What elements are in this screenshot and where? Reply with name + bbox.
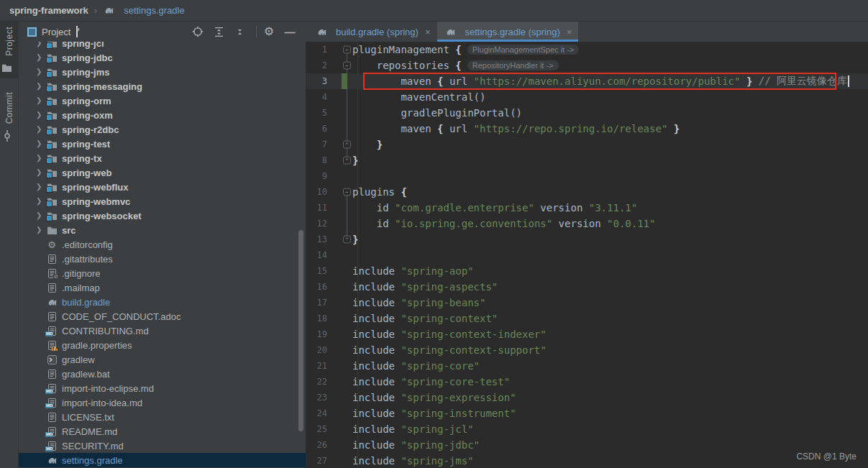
line-number: 3 <box>306 76 327 86</box>
tree-item-spring-jdbc[interactable]: ❯spring-jdbc <box>19 50 306 65</box>
tree-item-src[interactable]: ❯src <box>19 223 306 237</box>
code-text: include "spring-core-test" <box>352 374 868 390</box>
tree-item-spring-test[interactable]: ❯spring-test <box>19 137 306 151</box>
code-text: include "spring-expression" <box>352 390 868 405</box>
chevron-right-icon[interactable]: ❯ <box>36 226 46 234</box>
tree-item-build-gradle[interactable]: build.gradle <box>19 295 306 309</box>
tree-item-spring-websocket[interactable]: ❯spring-websocket <box>19 208 306 223</box>
tree-item-gradlew[interactable]: gradlew <box>19 352 306 367</box>
tree-item-security-md[interactable]: MDSECURITY.md <box>19 439 306 453</box>
code-line-3: 3 maven { url "https://maven.aliyun.com/… <box>306 73 868 89</box>
project-tree-scrollbar[interactable] <box>298 230 303 431</box>
code-line-13: 13⌃} <box>306 231 868 247</box>
line-number: 11 <box>306 203 327 213</box>
tree-item-contributing-md[interactable]: MDCONTRIBUTING.md <box>19 324 306 338</box>
tree-item-gradle-properties[interactable]: gradle.properties <box>19 338 306 352</box>
tree-item-gradlew-bat[interactable]: gradlew.bat <box>19 367 306 381</box>
breadcrumb-file[interactable]: settings.gradle <box>124 5 185 16</box>
tree-item--gitignore[interactable]: ⊘.gitignore <box>19 266 306 280</box>
chevron-right-icon[interactable]: ❯ <box>36 111 46 119</box>
expand-all-button[interactable] <box>214 25 227 38</box>
gutter <box>327 200 352 216</box>
settings-button[interactable]: ⚙ <box>265 25 278 38</box>
breadcrumb-project[interactable]: spring-framework <box>9 5 88 16</box>
tool-button-label: Commit <box>4 92 14 124</box>
tree-item-readme-md[interactable]: MDREADME.md <box>19 424 306 439</box>
fold-open-icon[interactable]: − <box>343 62 351 70</box>
text-file-icon <box>46 368 58 380</box>
module-folder-icon <box>46 42 58 49</box>
tree-item-label: settings.gradle <box>62 455 123 466</box>
chevron-right-icon[interactable]: ❯ <box>36 97 46 104</box>
code-text: include "spring-aspects" <box>352 279 868 295</box>
fold-end-icon[interactable]: ⌃ <box>343 141 351 149</box>
fold-open-icon[interactable]: − <box>343 188 351 196</box>
code-text: include "spring-core" <box>352 358 868 374</box>
tree-item-import-into-eclipse-md[interactable]: MDimport-into-eclipse.md <box>19 381 306 395</box>
chevron-right-icon[interactable]: ❯ <box>36 83 46 90</box>
tree-item-spring-web[interactable]: ❯spring-web <box>19 165 306 180</box>
code-line-10: 10−plugins { <box>306 184 868 200</box>
tree-item-spring-oxm[interactable]: ❯spring-oxm <box>19 108 306 122</box>
tree-item-spring-tx[interactable]: ❯spring-tx <box>19 151 306 165</box>
chevron-right-icon[interactable]: ❯ <box>36 140 46 147</box>
tree-item--editorconfig[interactable]: ⚙.editorconfig <box>19 237 306 252</box>
line-number: 7 <box>306 139 327 150</box>
tree-item-spring-orm[interactable]: ❯spring-orm <box>19 93 306 108</box>
tree-item-spring-jcl[interactable]: ❯spring-jcl <box>19 42 306 50</box>
code-text: id "io.spring.ge.conventions" version "0… <box>352 216 868 231</box>
code-text: pluginManagement {PluginManagementSpec i… <box>352 42 868 58</box>
breadcrumb: spring-framework › settings.gradle <box>0 0 868 22</box>
tree-item-spring-messaging[interactable]: ❯spring-messaging <box>19 79 306 93</box>
chevron-right-icon[interactable]: ❯ <box>36 198 46 205</box>
locate-opened-file-button[interactable] <box>193 25 206 38</box>
tool-button-commit[interactable]: Commit <box>0 87 18 146</box>
gutter <box>327 247 352 263</box>
code-text: include "spring-beans" <box>352 295 868 311</box>
chevron-right-icon[interactable]: ❯ <box>36 155 46 162</box>
chevron-right-icon[interactable]: ❯ <box>36 42 46 47</box>
module-folder-icon <box>46 109 58 121</box>
chevron-right-icon[interactable]: ❯ <box>36 169 46 176</box>
collapse-all-button[interactable] <box>235 25 248 38</box>
code-text: maven { url "https://maven.aliyun.com/re… <box>352 73 868 89</box>
chevron-right-icon[interactable]: ❯ <box>36 183 46 191</box>
fold-end-icon[interactable]: ⌃ <box>343 236 351 244</box>
tree-item-spring-webmvc[interactable]: ❯spring-webmvc <box>19 194 306 208</box>
tree-item--mailmap[interactable]: .mailmap <box>19 280 306 295</box>
module-folder-icon <box>46 196 58 207</box>
tree-item-spring-webflux[interactable]: ❯spring-webflux <box>19 180 306 194</box>
tree-item-settings-gradle[interactable]: settings.gradle <box>19 453 306 467</box>
tree-item-spring-r2dbc[interactable]: ❯spring-r2dbc <box>19 122 306 137</box>
close-tab-icon[interactable]: × <box>425 27 431 37</box>
close-tab-icon[interactable]: × <box>567 27 572 37</box>
chevron-right-icon[interactable]: ❯ <box>36 68 46 75</box>
module-folder-icon <box>46 81 58 92</box>
fold-open-icon[interactable]: − <box>343 46 351 54</box>
tree-item-import-into-idea-md[interactable]: MDimport-into-idea.md <box>19 395 306 410</box>
editor-area: build.gradle (spring)×settings.gradle (s… <box>306 22 868 468</box>
code-text: maven { url "https://repo.spring.io/rele… <box>352 121 868 137</box>
fold-end-icon[interactable]: ⌃ <box>343 157 351 165</box>
line-number: 26 <box>306 440 327 450</box>
code-editor[interactable]: 1−pluginManagement {PluginManagementSpec… <box>306 42 868 468</box>
tool-button-project[interactable]: Project <box>0 22 18 78</box>
tree-item-code-of-conduct-adoc[interactable]: CODE_OF_CONDUCT.adoc <box>19 309 306 324</box>
tree-item-spring-jms[interactable]: ❯spring-jms <box>19 65 306 79</box>
markdown-file-icon: MD <box>46 382 58 394</box>
project-view-selector[interactable]: Project ▾ <box>27 26 78 37</box>
chevron-right-icon[interactable]: ❯ <box>36 54 46 61</box>
hide-panel-button[interactable]: — <box>285 25 298 38</box>
tree-item-license-txt[interactable]: LICENSE.txt <box>19 410 306 424</box>
editor-tab-build.gradle[interactable]: build.gradle (spring)× <box>308 22 437 42</box>
editor-tab-settings.gradle[interactable]: settings.gradle (spring)× <box>437 22 579 42</box>
line-number: 27 <box>306 456 327 466</box>
line-number: 5 <box>306 108 327 118</box>
tree-item--gitattributes[interactable]: .gitattributes <box>19 252 306 266</box>
tree-item-label: spring-messaging <box>62 81 142 92</box>
gutter <box>327 295 352 311</box>
line-number: 6 <box>306 124 327 134</box>
code-text: include "spring-context-support" <box>352 342 868 358</box>
chevron-right-icon[interactable]: ❯ <box>36 126 46 133</box>
chevron-right-icon[interactable]: ❯ <box>36 212 46 219</box>
